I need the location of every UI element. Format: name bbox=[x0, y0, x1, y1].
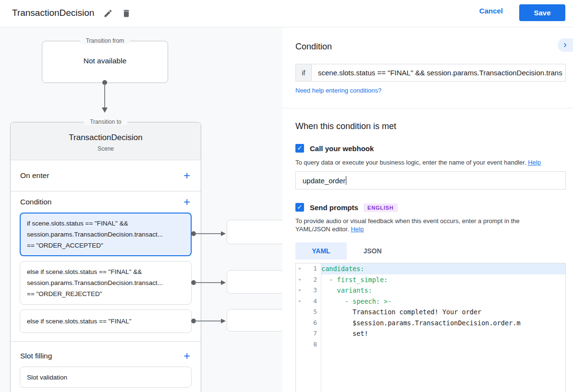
add-condition-button[interactable]: + bbox=[183, 196, 191, 208]
top-bar: TransactionDecision Cancel Save bbox=[0, 0, 573, 27]
event-handler-input[interactable]: update_order bbox=[295, 171, 566, 190]
on-enter-section: On enter + bbox=[11, 160, 201, 191]
code-line: - speech: >- bbox=[321, 296, 565, 307]
add-slot-button[interactable]: + bbox=[183, 350, 191, 362]
line-number: 6 bbox=[313, 318, 317, 329]
line-number: 1 bbox=[313, 263, 317, 274]
on-enter-label: On enter bbox=[20, 171, 49, 180]
condition-section-label: Condition bbox=[20, 198, 52, 206]
condition-card-selected[interactable]: if scene.slots.status == "FINAL" && sess… bbox=[20, 213, 192, 256]
transition-target-box[interactable] bbox=[227, 309, 282, 332]
transition-from-node: Transition from Not available bbox=[42, 41, 168, 83]
prompts-help-link[interactable]: Help bbox=[351, 226, 364, 233]
code-line: $session.params.TransactionDecision.orde… bbox=[321, 318, 565, 329]
line-number: 3 bbox=[313, 285, 317, 296]
code-line: set! bbox=[321, 328, 565, 339]
slot-filling-label: Slot filling bbox=[20, 352, 52, 360]
panel-title: Condition bbox=[295, 42, 332, 52]
code-line: - first_simple: bbox=[321, 274, 565, 285]
transition-from-label: Transition from bbox=[80, 37, 130, 44]
condition-text-line: else if scene.slots.status == "FINAL" && bbox=[27, 266, 184, 277]
flow-arrow-down-icon bbox=[102, 107, 108, 113]
condition-text-line: if scene.slots.status == "FINAL" && bbox=[27, 218, 184, 229]
page-title: TransactionDecision bbox=[12, 8, 94, 18]
editor-code-area[interactable]: candidates: - first_simple: variants: - … bbox=[321, 263, 565, 392]
text-caret bbox=[346, 176, 346, 185]
connector-line bbox=[195, 321, 221, 321]
editor-gutter: ▾1 ▾2 ▾3 ▾4 5 6 7 8 bbox=[296, 263, 321, 392]
transition-target-box[interactable] bbox=[227, 220, 282, 244]
arrow-right-icon bbox=[221, 231, 226, 236]
delete-scene-button[interactable] bbox=[122, 7, 134, 20]
panel-divider bbox=[282, 108, 573, 108]
add-on-enter-button[interactable]: + bbox=[183, 170, 191, 181]
flow-connector-line bbox=[104, 84, 105, 107]
condition-text-line: == "ORDER_ACCEPTED" bbox=[27, 240, 184, 251]
condition-expression-row: if scene.slots.status == "FINAL" && sess… bbox=[295, 64, 566, 82]
line-number: 7 bbox=[313, 328, 317, 339]
check-icon: ✓ bbox=[297, 144, 303, 152]
code-line: variants: bbox=[321, 285, 565, 296]
line-number: 8 bbox=[313, 339, 317, 350]
line-number: 4 bbox=[313, 296, 317, 307]
save-button[interactable]: Save bbox=[519, 4, 565, 21]
slot-validation-card[interactable]: Slot validation bbox=[20, 367, 192, 388]
code-line: Transaction completed! Your order bbox=[321, 307, 565, 318]
transition-from-value: Not available bbox=[42, 57, 168, 65]
language-badge: ENGLISH bbox=[364, 203, 398, 212]
event-handler-value: update_order bbox=[303, 177, 345, 185]
send-prompts-label[interactable]: Send prompts bbox=[310, 203, 358, 212]
scene-flow-canvas: Transition from Not available Transition… bbox=[0, 27, 282, 392]
send-prompts-checkbox[interactable]: ✓ bbox=[295, 203, 304, 212]
prompts-description-text: To provide audio or visual feedback when… bbox=[295, 217, 520, 233]
fold-arrow-icon[interactable]: ▾ bbox=[298, 285, 301, 296]
condition-text-line: == "ORDER_REJECTED" bbox=[27, 288, 184, 299]
condition-card[interactable]: else if scene.slots.status == "FINAL" &&… bbox=[20, 261, 192, 305]
webhook-description-text: To query data or execute your business l… bbox=[295, 159, 526, 166]
fold-arrow-icon[interactable]: ▾ bbox=[298, 296, 301, 307]
scene-name: TransactionDecision bbox=[11, 122, 201, 143]
fold-arrow-icon[interactable]: ▾ bbox=[298, 263, 301, 274]
connector-line bbox=[195, 282, 221, 283]
webhook-help-link[interactable]: Help bbox=[528, 159, 541, 166]
arrow-right-icon bbox=[221, 280, 226, 285]
slot-card-label: Slot validation bbox=[27, 374, 67, 381]
call-webhook-checkbox[interactable]: ✓ bbox=[295, 144, 304, 153]
yaml-editor[interactable]: ▾1 ▾2 ▾3 ▾4 5 6 7 8 candidates: - first_… bbox=[295, 263, 566, 392]
edit-scene-button[interactable] bbox=[103, 7, 116, 20]
condition-text-line: else if scene.slots.status == "FINAL" bbox=[27, 316, 184, 327]
condition-help-link[interactable]: Need help entering conditions? bbox=[295, 87, 381, 94]
fold-arrow-icon[interactable]: ▾ bbox=[298, 274, 301, 285]
code-line bbox=[321, 339, 565, 350]
transition-to-label: Transition to bbox=[84, 119, 127, 125]
tab-json[interactable]: JSON bbox=[347, 242, 398, 260]
line-number: 2 bbox=[313, 274, 317, 285]
editor-format-tabs: YAML JSON bbox=[295, 242, 398, 260]
scene-header: TransactionDecision Scene bbox=[11, 122, 201, 160]
transition-to-scene-card: Transition to TransactionDecision Scene … bbox=[10, 122, 201, 392]
when-condition-heading: When this condition is met bbox=[295, 121, 396, 131]
connector-line bbox=[195, 233, 221, 234]
condition-detail-panel: Condition if scene.slots.status == "FINA… bbox=[282, 27, 573, 392]
arrow-right-icon bbox=[221, 319, 226, 323]
condition-section: Condition + if scene.slots.status == "FI… bbox=[11, 191, 201, 342]
chevron-right-icon bbox=[561, 41, 573, 49]
prompts-description: To provide audio or visual feedback when… bbox=[295, 217, 545, 233]
check-icon: ✓ bbox=[297, 203, 303, 211]
condition-text-line: session.params.TransactionDecision.trans… bbox=[27, 229, 184, 240]
collapse-panel-button[interactable] bbox=[558, 38, 573, 52]
tab-yaml[interactable]: YAML bbox=[295, 242, 347, 260]
condition-card[interactable]: else if scene.slots.status == "FINAL" bbox=[20, 309, 192, 333]
transition-target-box[interactable] bbox=[227, 270, 282, 294]
condition-text-line: session.params.TransactionDecision.trans… bbox=[27, 277, 184, 288]
line-number: 5 bbox=[313, 307, 317, 318]
code-line: candidates: bbox=[321, 263, 565, 274]
webhook-description: To query data or execute your business l… bbox=[295, 158, 567, 166]
trash-icon bbox=[122, 9, 134, 18]
call-webhook-label[interactable]: Call your webhook bbox=[310, 144, 374, 153]
scene-type: Scene bbox=[11, 143, 201, 152]
edit-icon bbox=[103, 9, 116, 18]
if-prefix-label: if bbox=[296, 64, 312, 81]
condition-expression-input[interactable]: scene.slots.status == "FINAL" && session… bbox=[312, 64, 565, 81]
cancel-button[interactable]: Cancel bbox=[479, 7, 503, 15]
